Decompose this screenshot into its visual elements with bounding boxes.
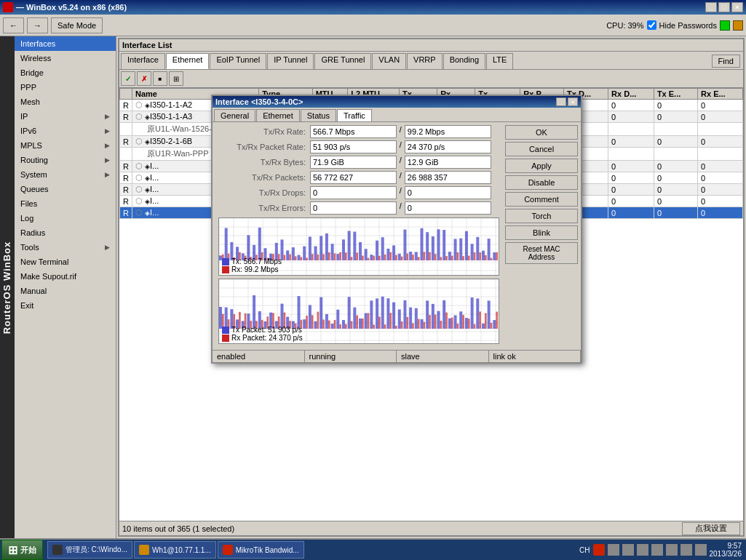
systray-icon3 xyxy=(622,544,634,556)
sidebar-item-ip[interactable]: IP ▶ xyxy=(15,109,116,124)
comment-button[interactable]: Comment xyxy=(505,192,578,207)
rx-packets-input[interactable] xyxy=(405,171,491,184)
separator: / xyxy=(400,140,402,153)
tx-rx-packet-row: Tx/Rx Packet Rate: / xyxy=(215,140,502,153)
sidebar-item-manual[interactable]: Manual xyxy=(15,284,116,298)
tx-rx-packets-value: / xyxy=(310,171,502,184)
modal-minimize-button[interactable]: _ xyxy=(556,97,566,106)
sidebar-item-label: Wireless xyxy=(20,54,51,63)
taskbar-item-1[interactable]: Wh1@10.77.1.1... xyxy=(134,541,216,559)
sidebar-item-ipv6[interactable]: IPv6 ▶ xyxy=(15,124,116,138)
reset-mac-button[interactable]: Reset MAC Address xyxy=(505,242,578,264)
mikrotik-icon xyxy=(223,545,233,555)
sidebar-item-ppp[interactable]: PPP xyxy=(15,80,116,95)
sidebar-item-mpls[interactable]: MPLS ▶ xyxy=(15,138,116,153)
modal-close-button[interactable]: × xyxy=(568,97,578,106)
close-button[interactable]: × xyxy=(731,2,743,12)
systray-icon5 xyxy=(651,544,663,556)
modal-tab-traffic[interactable]: Traffic xyxy=(337,109,372,121)
sidebar-item-label: IP xyxy=(20,112,28,121)
sidebar-item-queues[interactable]: Queues xyxy=(15,182,116,196)
rx-bytes-input[interactable] xyxy=(405,156,491,169)
systray-time-text: 9:57 xyxy=(710,542,742,550)
app-icon xyxy=(3,2,13,12)
safe-mode-button[interactable]: Safe Mode xyxy=(51,17,103,33)
sidebar-item-label: Exit xyxy=(20,301,33,310)
sidebar-item-wireless[interactable]: Wireless xyxy=(15,51,116,65)
tx-rx-drops-label: Tx/Rx Drops: xyxy=(215,188,310,197)
rx-errors-input[interactable] xyxy=(405,201,491,215)
tx-rx-packet-value: / xyxy=(310,140,502,153)
sidebar-item-label: Files xyxy=(20,199,37,208)
sidebar-item-make-supout[interactable]: Make Supout.rif xyxy=(15,269,116,284)
sidebar-item-routing[interactable]: Routing ▶ xyxy=(15,153,116,167)
sidebar-item-label: Mesh xyxy=(20,97,40,106)
tx-errors-input[interactable] xyxy=(310,201,397,215)
systray-icon4 xyxy=(637,544,648,556)
taskbar-item-2[interactable]: MikroTik Bandwid... xyxy=(218,541,304,559)
tx-rx-packet-label: Tx/Rx Packet Rate: xyxy=(215,143,310,151)
disable-button-modal[interactable]: Disable xyxy=(505,175,578,190)
rx-drops-input[interactable] xyxy=(405,186,491,199)
rx-rate-input[interactable] xyxy=(405,125,491,138)
sidebar-item-bridge[interactable]: Bridge xyxy=(15,65,116,80)
sidebar-item-tools[interactable]: Tools ▶ xyxy=(15,240,116,255)
sidebar-item-files[interactable]: Files xyxy=(15,196,116,211)
sidebar-item-radius[interactable]: Radius xyxy=(15,225,116,240)
back-button[interactable]: ← xyxy=(3,17,24,33)
systray-clock: 9:57 2013/3/26 xyxy=(710,542,742,558)
main-layout: RouterOS WinBox Interfaces Wireless Brid… xyxy=(0,36,746,538)
sidebar-item-system[interactable]: System ▶ xyxy=(15,167,116,182)
torch-button[interactable]: Torch xyxy=(505,209,578,223)
sidebar-item-exit[interactable]: Exit xyxy=(15,298,116,313)
rx-packet-legend: Rx Packet: 24 370 p/s xyxy=(222,334,303,342)
tx-rx-bytes-label: Tx/Rx Bytes: xyxy=(215,158,310,167)
winbox-label: RouterOS WinBox xyxy=(2,241,13,334)
sidebar-item-label: MPLS xyxy=(20,141,42,150)
tx-rx-drops-value: / xyxy=(310,186,502,199)
modal-tab-general[interactable]: General xyxy=(214,109,255,121)
systray-icon6 xyxy=(666,544,678,556)
taskbar-item-0[interactable]: 管理员: C:\Windo... xyxy=(47,541,132,559)
tx-bytes-input[interactable] xyxy=(310,156,397,169)
rx-packet-input[interactable] xyxy=(405,140,491,153)
minimize-button[interactable]: _ xyxy=(705,2,717,12)
cancel-button[interactable]: Cancel xyxy=(505,142,578,156)
sidebar-item-label: Bridge xyxy=(20,68,44,77)
hide-passwords-checkbox[interactable] xyxy=(647,20,656,30)
tx-rx-errors-value: / xyxy=(310,201,502,215)
cpu-info: CPU: 39% Hide Passwords xyxy=(606,20,743,31)
sidebar-item-new-terminal[interactable]: New Terminal xyxy=(15,255,116,269)
sidebar-item-label: Queues xyxy=(20,185,49,193)
tx-rx-rate-row: Tx/Rx Rate: / xyxy=(215,125,502,138)
apply-button[interactable]: Apply xyxy=(505,159,578,173)
modal-overlay: Interface <I350-3-4-0C> _ × General Ethe… xyxy=(116,36,746,538)
title-bar-buttons[interactable]: _ □ × xyxy=(705,2,743,12)
sidebar-item-interfaces[interactable]: Interfaces xyxy=(15,36,116,51)
maximize-button[interactable]: □ xyxy=(718,2,730,12)
start-button[interactable]: ⊞ 开始 xyxy=(1,540,43,560)
modal-title-bar: Interface <I350-3-4-0C> _ × xyxy=(213,96,581,108)
sidebar-item-mesh[interactable]: Mesh xyxy=(15,95,116,109)
tx-packets-input[interactable] xyxy=(310,171,397,184)
sidebar-item-log[interactable]: Log xyxy=(15,211,116,225)
modal-title-buttons[interactable]: _ × xyxy=(556,97,578,106)
rx-color xyxy=(222,266,229,273)
tx-drops-input[interactable] xyxy=(310,186,397,199)
blink-button[interactable]: Blink xyxy=(505,225,578,240)
tx-packet-input[interactable] xyxy=(310,140,397,153)
modal-content: Tx/Rx Rate: / Tx/Rx Packet Rate: xyxy=(213,122,581,350)
tx-rate-input[interactable] xyxy=(310,125,397,138)
sidebar-item-label: Make Supout.rif xyxy=(20,272,76,281)
modal-tab-ethernet[interactable]: Ethernet xyxy=(256,109,300,121)
forward-button[interactable]: → xyxy=(27,17,48,33)
separator: / xyxy=(400,186,402,199)
tx-packet-color xyxy=(222,327,229,334)
ok-button[interactable]: OK xyxy=(505,125,578,140)
separator: / xyxy=(400,125,402,138)
modal-tab-status[interactable]: Status xyxy=(301,109,336,121)
cpu-text: CPU: 39% xyxy=(606,21,643,30)
sidebar: Interfaces Wireless Bridge PPP Mesh IP ▶… xyxy=(15,36,116,538)
taskbar-item-label-0: 管理员: C:\Windo... xyxy=(66,545,127,555)
separator: / xyxy=(400,171,402,184)
